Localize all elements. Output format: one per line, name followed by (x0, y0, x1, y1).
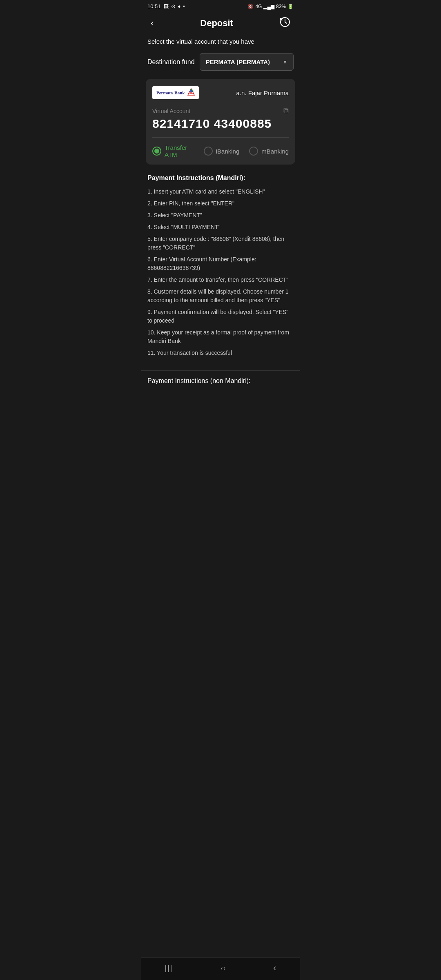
instruction-step: 4. Select "MULTI PAYMENT" (147, 223, 294, 232)
location-icon: ⊙ (171, 3, 176, 9)
battery-icon: 🔋 (287, 4, 294, 9)
nav-bar: ||| ○ ‹ (141, 958, 300, 980)
instruction-step: 10. Keep your receipt as a formal proof … (147, 328, 294, 345)
payment-methods: Transfer ATM iBanking mBanking (152, 144, 289, 158)
destination-label: Destination fund (147, 58, 195, 66)
radio-circle-mbanking (249, 147, 258, 156)
mute-icon: 🔇 (247, 4, 254, 9)
instruction-step: 7. Enter the amount to transfer, then pr… (147, 276, 294, 284)
status-bar: 10:51 🖼 ⊙ ♦ • 🔇 4G ▂▄▆ 83% 🔋 (141, 0, 300, 11)
va-number: 82141710 43400885 (152, 117, 289, 131)
destination-select-dropdown[interactable]: PERMATA (PERMATA) ▼ (200, 53, 294, 71)
signal-icon: ▂▄▆ (263, 4, 274, 9)
nav-recent-apps-icon[interactable]: ||| (165, 964, 173, 973)
back-button[interactable]: ‹ (147, 16, 157, 30)
data-icon: ♦ (178, 3, 181, 9)
bottom-peek: Payment Instructions (non Mandiri): (141, 370, 300, 391)
radio-ibanking[interactable]: iBanking (204, 147, 240, 156)
radio-label-ibanking: iBanking (216, 148, 240, 155)
instructions-title: Payment Instructions (Mandiri): (147, 174, 294, 182)
nav-home-icon[interactable]: ○ (220, 964, 225, 973)
history-button[interactable] (276, 15, 294, 31)
instruction-step: 2. Enter PIN, then select "ENTER" (147, 199, 294, 208)
bottom-peek-title: Payment Instructions (non Mandiri): (147, 377, 251, 384)
network-4g: 4G (255, 4, 262, 9)
divider (152, 137, 289, 138)
copy-icon[interactable]: ⧉ (283, 107, 289, 115)
va-label: Virtual Account (152, 108, 190, 114)
instructions-section: Payment Instructions (Mandiri): 1. Inser… (141, 174, 300, 370)
instruction-step: 5. Enter company code : "88608" (Xendit … (147, 235, 294, 252)
permata-logo-icon (187, 88, 195, 97)
bank-logo-text: Permata (156, 90, 173, 95)
instruction-step: 1. Insert your ATM card and select "ENGL… (147, 187, 294, 196)
battery-percent: 83% (276, 4, 286, 9)
instructions-list: 1. Insert your ATM card and select "ENGL… (147, 187, 294, 357)
instruction-step: 11. Your transaction is successful (147, 349, 294, 357)
dropdown-arrow-icon: ▼ (283, 59, 287, 65)
nav-back-icon[interactable]: ‹ (273, 963, 276, 973)
bank-logo: PermataBank (152, 86, 199, 99)
instruction-step: 9. Payment confirmation will be displaye… (147, 308, 294, 325)
radio-circle-ibanking (204, 147, 213, 156)
dot-icon: • (183, 3, 185, 9)
instruction-step: 3. Select "PAYMENT" (147, 211, 294, 220)
radio-label-mbanking: mBanking (261, 148, 289, 155)
radio-transfer-atm[interactable]: Transfer ATM (152, 144, 194, 158)
bank-card: PermataBank a.n. Fajar Purnama Virtual A… (146, 79, 295, 165)
status-left: 10:51 🖼 ⊙ ♦ • (147, 3, 185, 9)
va-label-row: Virtual Account ⧉ (152, 107, 289, 115)
subtitle: Select the virtual account that you have (141, 38, 300, 53)
account-name: a.n. Fajar Purnama (236, 89, 289, 96)
photo-icon: 🖼 (163, 3, 169, 9)
radio-mbanking[interactable]: mBanking (249, 147, 289, 156)
instruction-step: 8. Customer details will be displayed. C… (147, 287, 294, 305)
destination-selected-value: PERMATA (PERMATA) (206, 58, 270, 65)
destination-row: Destination fund PERMATA (PERMATA) ▼ (141, 53, 300, 79)
radio-inner-atm (154, 149, 159, 154)
page-title: Deposit (200, 18, 233, 29)
instruction-step: 6. Enter Virtual Account Number (Example… (147, 255, 294, 272)
radio-circle-atm (152, 147, 161, 156)
radio-label-atm: Transfer ATM (165, 144, 194, 158)
status-right: 🔇 4G ▂▄▆ 83% 🔋 (247, 4, 294, 9)
bank-card-top: PermataBank a.n. Fajar Purnama (152, 86, 289, 99)
time: 10:51 (147, 3, 161, 9)
history-icon (280, 17, 290, 27)
top-bar: ‹ Deposit (141, 11, 300, 38)
